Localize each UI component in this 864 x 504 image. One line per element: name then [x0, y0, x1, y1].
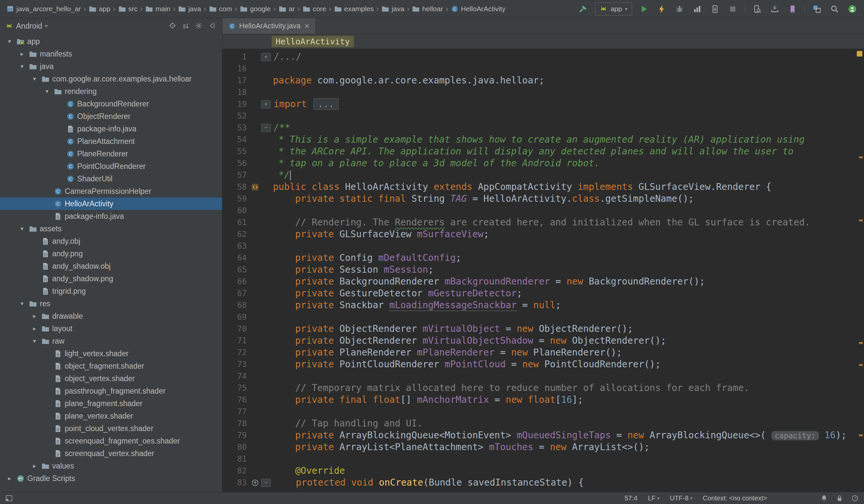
breadcrumb-item-ar[interactable]: ar [277, 4, 297, 13]
line-number[interactable]: 69 [223, 311, 249, 323]
tree-item-screenquad-vertex-shader[interactable]: screenquad_vertex.shader [0, 447, 222, 460]
tree-item-values[interactable]: ▸values [0, 460, 222, 472]
line-number[interactable]: 79 [223, 429, 249, 441]
expand-arrow-icon[interactable]: ▸ [5, 475, 14, 482]
run-play-button[interactable] [638, 3, 650, 15]
lock-icon[interactable] [836, 494, 843, 502]
tree-item-object-fragment-shader[interactable]: object_fragment.shader [0, 360, 222, 372]
toggle-toolwindows-icon[interactable] [5, 494, 13, 502]
build-hammer-button[interactable] [577, 3, 589, 15]
tree-item-point-cloud-vertex-shader[interactable]: point_cloud_vertex.shader [0, 422, 222, 435]
avd-manager-button[interactable] [787, 3, 798, 15]
attach-debugger-button[interactable] [709, 3, 721, 15]
inspection-indicator[interactable] [857, 51, 862, 57]
sdk-manager-button[interactable] [769, 3, 781, 15]
expand-arrow-icon[interactable]: ▸ [30, 312, 39, 320]
line-number[interactable]: 62 [223, 228, 249, 240]
profiler-button[interactable] [692, 3, 703, 15]
line-number[interactable]: 71 [223, 335, 249, 347]
status-line-separator[interactable]: LF▾ [648, 494, 659, 502]
tree-item-trigrid-png[interactable]: trigrid.png [0, 285, 222, 297]
fold-marker[interactable]: − [261, 124, 271, 132]
stop-button[interactable] [727, 3, 739, 15]
status-run-context[interactable]: Context: <no context> [703, 494, 767, 502]
expand-arrow-icon[interactable]: ▸ [30, 325, 39, 332]
breadcrumb-item-src[interactable]: src [117, 4, 139, 13]
search-everywhere-button[interactable] [829, 3, 840, 15]
breadcrumb-item-helloar[interactable]: helloar [410, 4, 444, 13]
tree-item-package-info-java[interactable]: package-info.java [0, 122, 222, 135]
line-number[interactable]: 19 [223, 98, 249, 110]
line-number[interactable]: 72 [223, 347, 249, 358]
line-number[interactable]: 63 [223, 240, 249, 252]
line-number[interactable]: 80 [223, 441, 249, 453]
line-number[interactable]: 16 [223, 63, 249, 75]
bell-icon[interactable] [820, 494, 828, 502]
breadcrumb-class-chip[interactable]: HelloArActivity [272, 36, 354, 47]
tree-item-gradle-scripts[interactable]: ▸Gradle Scripts [0, 472, 222, 484]
breadcrumb-item-app[interactable]: app [87, 4, 112, 13]
tree-item-raw[interactable]: ▾raw [0, 335, 222, 347]
line-number[interactable]: 81 [223, 453, 249, 465]
collapse-arrow-icon[interactable]: ▾ [18, 300, 26, 307]
tree-item-passthrough-fragment-shader[interactable]: passthrough_fragment.shader [0, 385, 222, 397]
target-icon[interactable] [168, 21, 177, 31]
tree-item-object-vertex-shader[interactable]: object_vertex.shader [0, 372, 222, 385]
line-number[interactable]: 61 [223, 217, 249, 228]
line-number[interactable]: 60 [223, 205, 249, 217]
tree-item-backgroundrenderer[interactable]: CBackgroundRenderer [0, 98, 222, 110]
apply-changes-button[interactable] [656, 3, 668, 15]
tree-item-andy-shadow-png[interactable]: andy_shadow.png [0, 272, 222, 285]
tree-item-shaderutil[interactable]: CShaderUtil [0, 172, 222, 185]
status-caret-position[interactable]: 57:4 [624, 494, 637, 502]
line-number[interactable]: 65 [223, 264, 249, 276]
close-icon[interactable]: × [304, 22, 310, 30]
line-number[interactable]: 56 [223, 157, 249, 169]
collapse-arrow-icon[interactable]: ▾ [5, 38, 14, 45]
tree-item-camerapermissionhelper[interactable]: CCameraPermissionHelper [0, 185, 222, 197]
fold-marker[interactable]: + [261, 100, 271, 108]
line-number[interactable]: 59 [223, 193, 249, 205]
breadcrumb-item-java-arcore-hello-ar[interactable]: java_arcore_hello_ar [4, 4, 83, 13]
line-number[interactable]: 70 [223, 323, 249, 335]
tree-item-package-info-java[interactable]: package-info.java [0, 210, 222, 223]
breadcrumb-item-java[interactable]: java [380, 4, 406, 13]
breadcrumb-item-com[interactable]: com [207, 4, 234, 13]
line-number[interactable]: 18 [223, 86, 249, 98]
collapse-arrow-icon[interactable]: ▾ [30, 75, 39, 83]
collapse-all-icon[interactable] [181, 21, 191, 31]
line-number[interactable]: 82 [223, 465, 249, 477]
collapse-arrow-icon[interactable]: ▾ [43, 88, 51, 95]
run-configuration-select[interactable]: app▾ [595, 2, 632, 15]
collapse-arrow-icon[interactable]: ▾ [18, 225, 26, 232]
tree-item-res[interactable]: ▾res [0, 297, 222, 310]
line-number[interactable]: 75 [223, 382, 249, 394]
profile-avatar-button[interactable] [847, 3, 858, 15]
tree-item-layout[interactable]: ▸layout [0, 322, 222, 335]
tree-item-assets[interactable]: ▾assets [0, 223, 222, 235]
layout-inspector-button[interactable] [811, 3, 823, 15]
device-monitor-button[interactable] [751, 3, 763, 15]
line-number[interactable]: 54 [223, 134, 249, 146]
gauge-icon[interactable] [851, 494, 859, 502]
status-file-encoding[interactable]: UTF-8▾ [670, 494, 692, 502]
line-number[interactable]: 64 [223, 252, 249, 264]
line-number[interactable]: 78 [223, 418, 249, 429]
breadcrumb-item-examples[interactable]: examples [333, 4, 375, 13]
line-number[interactable]: 55 [223, 146, 249, 157]
breadcrumb-item-main[interactable]: main [144, 4, 172, 13]
line-number[interactable]: 73 [223, 358, 249, 370]
collapse-arrow-icon[interactable]: ▾ [18, 63, 26, 70]
gear-icon[interactable] [194, 21, 204, 31]
line-number[interactable]: 77 [223, 406, 249, 418]
tree-item-java[interactable]: ▾java [0, 60, 222, 73]
collapse-arrow-icon[interactable]: ▾ [30, 337, 39, 345]
tree-item-andy-obj[interactable]: andy.obj [0, 235, 222, 248]
breadcrumb-item-java[interactable]: java [177, 4, 203, 13]
expand-arrow-icon[interactable]: ▸ [18, 50, 26, 58]
line-number[interactable]: 1 [223, 51, 249, 63]
line-number[interactable]: 67 [223, 287, 249, 299]
tree-item-planerenderer[interactable]: CPlaneRenderer [0, 147, 222, 160]
tree-item-planeattachment[interactable]: CPlaneAttachment [0, 135, 222, 147]
line-number[interactable]: 68 [223, 299, 249, 311]
